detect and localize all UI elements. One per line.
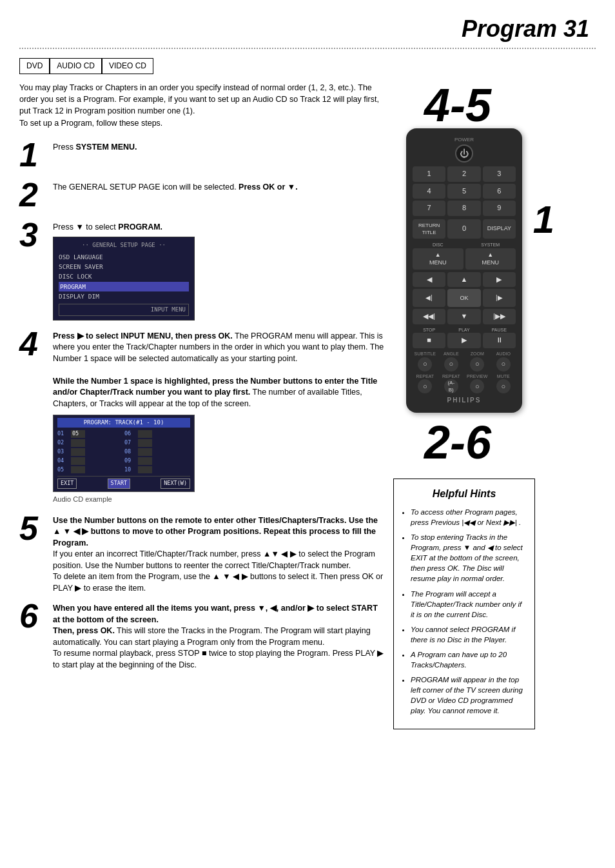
repeat-label: REPEAT [413, 373, 438, 380]
helpful-hints-list: To access other Program pages, press Pre… [402, 507, 527, 716]
disc-badges: DVD AUDIO CD VIDEO CD [19, 58, 596, 74]
stop-btn[interactable]: ■ [413, 333, 445, 348]
menu-item-displaydim: DISPLAY DIM [59, 291, 189, 301]
helpful-hints-title: Helpful Hints [402, 487, 527, 501]
big-num-45: 4-5 [387, 82, 529, 128]
btn-1[interactable]: 1 [413, 166, 445, 181]
play-btn[interactable]: ▶ [447, 333, 480, 348]
zoom-label: ZOOM [465, 351, 490, 357]
btn-3[interactable]: 3 [483, 166, 516, 181]
hint-6: PROGRAM will appear in the top left corn… [411, 675, 527, 716]
page-title: Program 31 [19, 13, 596, 45]
repeat-row: REPEAT ○ REPEAT (A-B) PREVIEW ○ MUTE [413, 373, 516, 394]
remote-control: POWER ⏻ 1 2 3 4 5 6 7 8 9 [406, 128, 522, 413]
repeat-ab-label: REPEAT [439, 373, 464, 380]
btn-7[interactable]: 7 [413, 201, 445, 215]
btn-2[interactable]: 2 [447, 166, 480, 181]
zoom-btn[interactable]: ○ [470, 357, 484, 371]
angle-btn[interactable]: ○ [444, 357, 458, 371]
audio-cd-badge: AUDIO CD [50, 58, 102, 74]
play-label: PLAY [447, 327, 480, 333]
power-button[interactable]: ⏻ [455, 144, 473, 163]
btn-8[interactable]: 8 [447, 201, 480, 215]
transport-row: STOP ■ PLAY ▶ PAUSE ⏸ [413, 327, 516, 348]
step-num-3: 3 [19, 218, 46, 252]
stop-label: STOP [413, 327, 445, 333]
btn-ok[interactable]: OK [447, 289, 480, 307]
system-label: SYSTEM [465, 242, 516, 248]
step-5: 5 Use the Number buttons on the remote t… [19, 511, 387, 595]
philips-logo: PHILIPS [413, 396, 516, 405]
track-header: PROGRAM: TRACK(#1 - 10) [57, 418, 190, 428]
nav-skip-back[interactable]: ◀◀| [413, 309, 445, 324]
btn-6[interactable]: 6 [483, 184, 516, 199]
repeat-btn[interactable]: ○ [418, 379, 432, 393]
helpful-hints-box: Helpful Hints To access other Program pa… [393, 478, 535, 729]
track-mockup: PROGRAM: TRACK(#1 - 10) 0105 06 02 07 03… [53, 415, 195, 492]
menu-mockup: ·· GENERAL SETUP PAGE ·· OSD LANGUAGE SC… [53, 237, 195, 321]
sub-row: SUBTITLE ○ ANGLE ○ ZOOM ○ AUDIO [413, 351, 516, 371]
start-btn[interactable]: START [108, 478, 131, 489]
menu-item-program: PROGRAM [59, 282, 189, 291]
press-label: Press [53, 143, 75, 152]
step-5-content: Use the Number buttons on the remote to … [53, 511, 387, 595]
step-4: 4 Press ▶ to select INPUT MENU, then pre… [19, 327, 387, 505]
big-num-26: 2-6 [387, 419, 529, 466]
step-2-content: The GENERAL SETUP PAGE icon will be sele… [53, 178, 387, 193]
step-num-6: 6 [19, 599, 46, 633]
nav-skip-fwd[interactable]: |▶▶ [483, 309, 516, 324]
dvd-badge: DVD [19, 58, 50, 74]
btn-4[interactable]: 4 [413, 184, 445, 199]
step-6-content: When you have entered all the items you … [53, 599, 387, 671]
menu-input-label: INPUT MENU [59, 304, 189, 316]
nav-right[interactable]: ▶ [483, 272, 516, 287]
return-row: RETURNTITLE 0 DISPLAY [413, 219, 516, 239]
btn-0[interactable]: 0 [447, 219, 480, 239]
step-3: 3 Press ▼ to select PROGRAM. ·· GENERAL … [19, 218, 387, 321]
step-6: 6 When you have entered all the items yo… [19, 599, 387, 671]
number-grid: 1 2 3 4 5 6 7 8 9 [413, 166, 516, 215]
btn-display[interactable]: DISPLAY [483, 219, 516, 239]
btn-9[interactable]: 9 [483, 201, 516, 215]
hint-1: To access other Program pages, press Pre… [411, 507, 527, 528]
nav-cluster: ◀ ▲ ▶ ◀| OK |▶ ◀◀| ▼ |▶▶ [413, 272, 516, 324]
subtitle-btn[interactable]: ○ [418, 357, 432, 371]
remote-indicator-1: 1 [533, 193, 554, 247]
nav-prev[interactable]: ◀| [413, 289, 445, 307]
power-label: POWER [413, 136, 516, 143]
disc-system-row: DISC ▲MENU SYSTEM ▲MENU [413, 242, 516, 270]
preview-btn[interactable]: ○ [470, 379, 484, 393]
divider [19, 48, 596, 49]
mute-btn[interactable]: ○ [496, 379, 511, 393]
angle-label: ANGLE [439, 351, 464, 357]
step-3-content: Press ▼ to select PROGRAM. ·· GENERAL SE… [53, 218, 387, 321]
pause-btn[interactable]: ⏸ [483, 333, 516, 348]
step-1-content: Press SYSTEM MENU. [53, 138, 387, 153]
hint-5: A Program can have up to 20 Tracks/Chapt… [411, 649, 527, 670]
btn-return[interactable]: RETURNTITLE [413, 219, 445, 239]
nav-up[interactable]: ▲ [447, 272, 480, 287]
nav-down[interactable]: ▼ [447, 309, 480, 324]
menu-item-osd: OSD LANGUAGE [59, 252, 189, 262]
next-btn[interactable]: NEXT(W) [161, 478, 190, 489]
audio-btn[interactable]: ○ [496, 357, 511, 371]
disc-menu-btn[interactable]: ▲MENU [413, 248, 464, 270]
hint-4: You cannot select PROGRAM if there is no… [411, 624, 527, 645]
nav-left[interactable]: ◀ [413, 272, 445, 287]
step-num-5: 5 [19, 511, 46, 545]
step-num-1: 1 [19, 138, 46, 172]
hint-2: To stop entering Tracks in the Program, … [411, 532, 527, 584]
step-1: 1 Press SYSTEM MENU. [19, 138, 387, 172]
step-2: 2 The GENERAL SETUP PAGE icon will be se… [19, 178, 387, 212]
repeat-ab-btn[interactable]: (A-B) [444, 379, 458, 393]
menu-item-disclock: DISC LOCK [59, 271, 189, 281]
btn-5[interactable]: 5 [447, 184, 480, 199]
system-menu-label: SYSTEM MENU. [75, 143, 137, 152]
subtitle-label: SUBTITLE [413, 351, 438, 357]
system-menu-btn[interactable]: ▲MENU [465, 248, 516, 270]
exit-btn[interactable]: EXIT [57, 478, 77, 489]
intro-text: You may play Tracks or Chapters in an or… [19, 82, 387, 129]
hint-3: The Program will accept a Title/Chapter/… [411, 589, 527, 620]
step-4-content: Press ▶ to select INPUT MENU, then press… [53, 327, 387, 505]
nav-next[interactable]: |▶ [483, 289, 516, 307]
